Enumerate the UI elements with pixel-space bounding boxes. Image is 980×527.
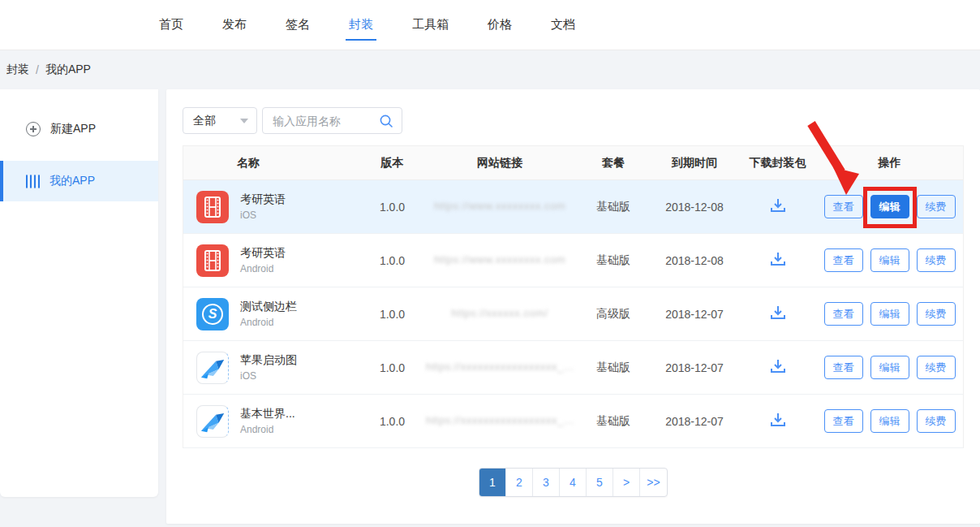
app-name-cell: 苹果启动图 iOS <box>183 352 362 384</box>
table-header: 名称 版本 网站链接 套餐 到期时间 下载封装包 操作 <box>183 146 963 180</box>
download-icon[interactable] <box>769 358 787 374</box>
col-header-package: 套餐 <box>577 156 650 171</box>
app-platform: iOS <box>240 370 297 382</box>
app-name: 测试侧边栏 <box>240 300 297 314</box>
view-button[interactable]: 查看 <box>824 409 863 433</box>
pagination: 1 2 3 4 5 > >> <box>183 468 964 497</box>
page-button-5[interactable]: 5 <box>587 469 613 496</box>
app-expiry-date: 2018-12-08 <box>650 254 739 267</box>
app-name-cell: S 测试侧边栏 Android <box>183 298 362 330</box>
main-panel: 全部 名称 版本 网站链接 套餐 到期时间 下载封装包 操作 <box>166 89 980 524</box>
nav-tab-home[interactable]: 首页 <box>159 0 183 50</box>
search-input[interactable] <box>264 114 379 127</box>
app-platform: Android <box>240 424 295 435</box>
app-expiry-date: 2018-12-07 <box>650 308 739 321</box>
actions-cell: 查看 编辑 续费 <box>816 248 963 272</box>
nav-tab-publish[interactable]: 发布 <box>222 0 247 50</box>
page-button-3[interactable]: 3 <box>533 469 560 496</box>
app-platform: Android <box>240 263 286 274</box>
app-name-cell: 考研英语 iOS <box>183 191 362 223</box>
app-expiry-date: 2018-12-08 <box>650 201 739 214</box>
view-button[interactable]: 查看 <box>824 356 863 379</box>
app-expiry-date: 2018-12-07 <box>650 415 739 428</box>
edit-button[interactable]: 编辑 <box>870 356 909 379</box>
edit-button[interactable]: 编辑 <box>870 302 909 326</box>
col-header-actions: 操作 <box>816 156 963 171</box>
page-button-4[interactable]: 4 <box>560 469 587 496</box>
app-platform: Android <box>240 317 297 328</box>
app-package: 基础版 <box>577 200 650 214</box>
app-version: 1.0.0 <box>362 361 423 374</box>
table-row: S 测试侧边栏 Android 1.0.0 https://xxxxxx.com… <box>183 287 963 341</box>
app-name: 考研英语 <box>240 192 286 207</box>
page-button-2[interactable]: 2 <box>506 469 533 496</box>
renew-button[interactable]: 续费 <box>917 356 956 379</box>
actions-cell: 查看 编辑 续费 <box>816 356 963 379</box>
page-button-1[interactable]: 1 <box>479 469 506 496</box>
view-button[interactable]: 查看 <box>824 195 863 218</box>
page-next-button[interactable]: > <box>613 469 640 496</box>
app-table: 名称 版本 网站链接 套餐 到期时间 下载封装包 操作 <box>183 145 964 448</box>
table-row: 考研英语 Android 1.0.0 https://www.xxxxxxxx.… <box>183 234 963 287</box>
download-icon[interactable] <box>769 251 787 267</box>
breadcrumb-separator: / <box>36 63 39 76</box>
edit-button[interactable]: 编辑 <box>870 409 909 433</box>
download-icon[interactable] <box>769 197 787 214</box>
app-package: 基础版 <box>577 361 650 375</box>
nav-tab-price[interactable]: 价格 <box>488 0 512 50</box>
table-row: 苹果启动图 iOS 1.0.0 https://xxxxxxxxxxxxxxxx… <box>183 341 963 395</box>
filter-row: 全部 <box>183 107 964 134</box>
app-version: 1.0.0 <box>362 201 423 214</box>
sidebar: 新建APP 我的APP <box>0 89 158 497</box>
col-header-name: 名称 <box>183 156 362 171</box>
breadcrumb-current: 我的APP <box>45 63 91 77</box>
app-name-cell: 考研英语 Android <box>183 244 362 277</box>
app-version: 1.0.0 <box>362 415 423 428</box>
edit-button[interactable]: 编辑 <box>870 195 909 218</box>
download-icon[interactable] <box>769 305 787 321</box>
category-select[interactable]: 全部 <box>183 107 257 134</box>
app-name-cell: 基本世界... Android <box>183 405 362 438</box>
actions-cell: 查看 编辑 续费 <box>816 195 963 218</box>
app-package: 基础版 <box>577 414 650 429</box>
col-header-download: 下载封装包 <box>739 156 816 171</box>
nav-tab-docs[interactable]: 文档 <box>551 0 575 50</box>
app-expiry-date: 2018-12-07 <box>650 361 739 374</box>
plus-circle-icon <box>26 122 41 136</box>
view-button[interactable]: 查看 <box>824 302 863 326</box>
bird-app-icon <box>196 352 229 384</box>
download-icon[interactable] <box>769 412 787 428</box>
renew-button[interactable]: 续费 <box>917 409 956 433</box>
table-row: 基本世界... Android 1.0.0 https://xxxxxxxxxx… <box>183 395 963 448</box>
edit-button[interactable]: 编辑 <box>870 248 909 272</box>
col-header-expiry: 到期时间 <box>650 156 739 171</box>
sidebar-item-new-app[interactable]: 新建APP <box>0 109 158 149</box>
film-app-icon <box>196 244 229 277</box>
top-nav: 首页 发布 签名 封装 工具箱 价格 文档 <box>0 0 980 50</box>
nav-tab-package[interactable]: 封装 <box>349 0 373 50</box>
actions-cell: 查看 编辑 续费 <box>816 409 963 433</box>
app-package: 高级版 <box>577 307 650 322</box>
breadcrumb-section[interactable]: 封装 <box>6 63 29 77</box>
nav-tab-sign[interactable]: 签名 <box>286 0 310 50</box>
view-button[interactable]: 查看 <box>824 248 863 272</box>
sidebar-item-label: 我的APP <box>49 174 95 188</box>
sidebar-item-my-app[interactable]: 我的APP <box>0 161 158 201</box>
renew-button[interactable]: 续费 <box>917 195 956 218</box>
s-circle-app-icon: S <box>196 298 229 330</box>
nav-tab-toolbox[interactable]: 工具箱 <box>412 0 449 50</box>
grid-icon <box>26 175 40 188</box>
app-platform: iOS <box>240 210 286 221</box>
app-name: 苹果启动图 <box>240 353 297 368</box>
renew-button[interactable]: 续费 <box>917 302 956 326</box>
search-icon[interactable] <box>379 114 393 128</box>
app-name: 考研英语 <box>240 246 286 261</box>
app-name: 基本世界... <box>240 407 295 421</box>
app-version: 1.0.0 <box>362 308 423 321</box>
breadcrumb: 封装 / 我的APP <box>0 50 980 89</box>
app-version: 1.0.0 <box>362 254 423 267</box>
page-last-button[interactable]: >> <box>640 469 667 496</box>
app-url-blurred: https://xxxxxxxxxxxxxxxxx_... <box>426 361 574 373</box>
renew-button[interactable]: 续费 <box>917 248 956 272</box>
film-app-icon <box>196 191 229 223</box>
